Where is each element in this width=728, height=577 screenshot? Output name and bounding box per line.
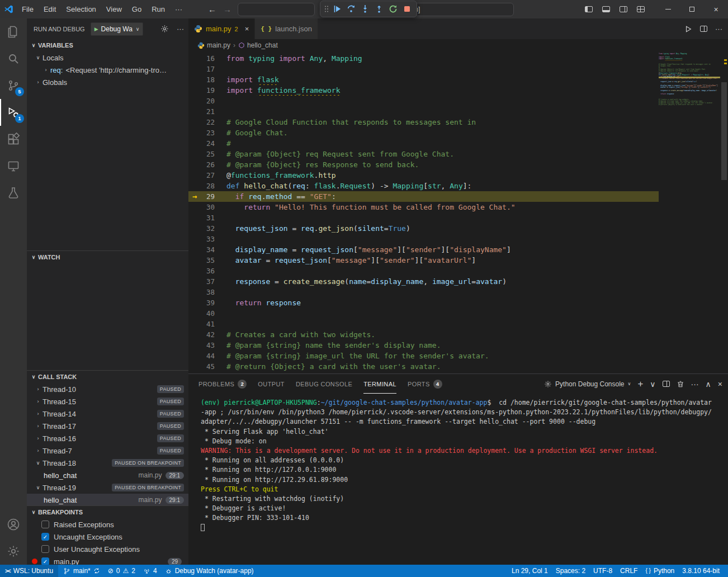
callstack-thread[interactable]: ›Thread-15PAUSED [27, 395, 188, 408]
code-line-18[interactable]: 18import flask [188, 74, 659, 85]
code-line-17[interactable]: 17 [188, 64, 659, 74]
code-line-40[interactable]: 40 [188, 308, 659, 319]
terminal-selector[interactable]: Python Debug Console ∨ [544, 380, 631, 388]
menu-item-0[interactable]: File [17, 0, 39, 18]
callstack-thread[interactable]: ∨Thread-18PAUSED ON BREAKPOINT [27, 457, 188, 469]
remote-explorer-icon[interactable] [0, 153, 27, 179]
editor-more-icon[interactable]: ··· [715, 25, 722, 33]
breadcrumb-symbol[interactable]: hello_chat [238, 41, 278, 49]
search-icon[interactable] [0, 45, 27, 72]
terminal-dropdown-icon[interactable]: ∨ [650, 380, 655, 389]
line-number-gutter[interactable]: 34 [188, 244, 226, 255]
callstack-thread[interactable]: ›Thread-7PAUSED [27, 444, 188, 457]
code-line-29[interactable]: →29 if req.method == "GET": [188, 191, 659, 202]
code-line-33[interactable]: 33 [188, 234, 659, 244]
menu-item-2[interactable]: Selection [61, 0, 101, 18]
line-number-gutter[interactable]: 22 [188, 117, 226, 127]
line-number-gutter[interactable]: 19 [188, 85, 226, 96]
explorer-icon[interactable] [0, 18, 27, 45]
line-number-gutter[interactable]: 21 [188, 106, 226, 117]
debug-restart-icon[interactable] [386, 2, 400, 16]
menu-item-3[interactable]: View [101, 0, 127, 18]
line-number-gutter[interactable]: 24 [188, 138, 226, 149]
debug-step-out-icon[interactable] [372, 2, 386, 16]
line-number-gutter[interactable]: 18 [188, 74, 226, 85]
code-line-41[interactable]: 41 [188, 319, 659, 329]
panel-tab-problems[interactable]: PROBLEMS2 [198, 374, 247, 394]
code-line-39[interactable]: 39 return response [188, 297, 659, 308]
panel-tab-terminal[interactable]: TERMINAL [363, 374, 396, 394]
code-line-38[interactable]: 38 [188, 287, 659, 297]
callstack-section-header[interactable]: ∨ CALL STACK [27, 371, 188, 383]
line-number-gutter[interactable]: 33 [188, 234, 226, 244]
code-line-22[interactable]: 22# Google Cloud Function that responds … [188, 117, 659, 127]
code-line-35[interactable]: 35 avatar = request_json["message"]["sen… [188, 255, 659, 266]
language-mode[interactable]: { } Python [641, 565, 678, 577]
menu-item-1[interactable]: Edit [39, 0, 61, 18]
accounts-icon[interactable] [0, 511, 27, 538]
nav-forward-icon[interactable]: → [220, 4, 235, 14]
line-number-gutter[interactable]: 16 [188, 53, 226, 64]
line-number-gutter[interactable]: 43 [188, 340, 226, 351]
code-line-43[interactable]: 43# @param {string} name the sender's di… [188, 340, 659, 351]
line-number-gutter[interactable]: 42 [188, 329, 226, 340]
minimap[interactable]: from typing import Any, Mapping import f… [659, 51, 720, 373]
breakpoints-section-header[interactable]: ∨ BREAKPOINTS [27, 506, 188, 518]
code-line-28[interactable]: 28def hello_chat(req: flask.Request) -> … [188, 181, 659, 191]
code-line-20[interactable]: 20 [188, 96, 659, 106]
callstack-frame[interactable]: hello_chatmain.py29:1 [27, 494, 188, 505]
scope-locals[interactable]: ∨ Locals [27, 51, 188, 64]
maximize-button[interactable] [680, 0, 704, 18]
line-number-gutter[interactable]: 31 [188, 212, 226, 223]
watch-section-header[interactable]: ∨ WATCH [27, 251, 188, 263]
code-editor[interactable]: 16from typing import Any, Mapping1718imp… [188, 51, 728, 373]
menu-item-5[interactable]: Run [146, 0, 170, 18]
menu-item-4[interactable]: Go [127, 0, 146, 18]
debug-session-indicator[interactable]: Debug Watch (avatar-app) [161, 565, 258, 577]
panel-tab-output[interactable]: OUTPUT [258, 374, 285, 394]
code-line-19[interactable]: 19import functions_framework [188, 85, 659, 96]
toggle-secondary-sidebar-icon[interactable] [620, 6, 627, 12]
code-line-32[interactable]: 32 request_json = req.get_json(silent=Tr… [188, 223, 659, 234]
code-line-25[interactable]: 25# @param {Object} req Request sent fro… [188, 149, 659, 159]
breakpoint-checkbox[interactable]: ✓ [41, 557, 49, 565]
debug-config-picker[interactable]: ▶ Debug Wa ∨ [91, 22, 144, 36]
tab-main-py[interactable]: main.py 2 × [188, 18, 255, 39]
debug-stop-icon[interactable] [400, 2, 414, 16]
callstack-frame[interactable]: hello_chatmain.py29:1 [27, 469, 188, 481]
toggle-sidebar-icon[interactable] [585, 6, 593, 12]
callstack-thread[interactable]: ›Thread-10PAUSED [27, 383, 188, 395]
run-file-icon[interactable] [684, 25, 692, 33]
ports-indicator[interactable]: 4 [139, 565, 161, 577]
line-number-gutter[interactable]: 23 [188, 127, 226, 138]
split-terminal-icon[interactable] [663, 381, 670, 387]
extensions-icon[interactable] [0, 126, 27, 153]
remote-indicator[interactable]: >< WSL: Ubuntu [0, 565, 58, 577]
line-number-gutter[interactable]: 17 [188, 64, 226, 74]
line-number-gutter[interactable]: 37 [188, 276, 226, 287]
line-number-gutter[interactable]: 27 [188, 170, 226, 181]
line-number-gutter[interactable]: 39 [188, 297, 226, 308]
code-line-27[interactable]: 27@functions_framework.http [188, 170, 659, 181]
indentation-indicator[interactable]: Spaces: 2 [552, 565, 589, 577]
code-line-16[interactable]: 16from typing import Any, Mapping [188, 53, 659, 64]
views-more-icon[interactable]: ··· [177, 25, 184, 33]
line-number-gutter[interactable]: 25 [188, 149, 226, 159]
line-number-gutter[interactable]: 40 [188, 308, 226, 319]
code-line-36[interactable]: 36 [188, 266, 659, 276]
breakpoint-item[interactable]: ✓Uncaught Exceptions [27, 531, 188, 543]
variables-section-header[interactable]: ∨ VARIABLES [27, 39, 188, 51]
code-line-24[interactable]: 24# [188, 138, 659, 149]
testing-icon[interactable] [0, 179, 27, 206]
scrollbar-thumb[interactable] [721, 82, 727, 180]
minimize-button[interactable] [656, 0, 680, 18]
variable-req[interactable]: › req: <Request 'http://charming-tro… [27, 64, 188, 76]
close-window-button[interactable]: × [704, 0, 728, 18]
callstack-thread[interactable]: ›Thread-17PAUSED [27, 420, 188, 432]
run-and-debug-icon[interactable]: 1 [0, 99, 27, 126]
code-line-44[interactable]: 44# @param {string} image_url the URL fo… [188, 351, 659, 361]
start-debug-icon[interactable]: ▶ [94, 26, 98, 32]
terminal-output[interactable]: (env) pierrick@LAPTOP-HKU5PNNG:~/git/goo… [188, 394, 728, 565]
breakpoint-item[interactable]: User Uncaught Exceptions [27, 543, 188, 555]
line-number-gutter[interactable]: 36 [188, 266, 226, 276]
